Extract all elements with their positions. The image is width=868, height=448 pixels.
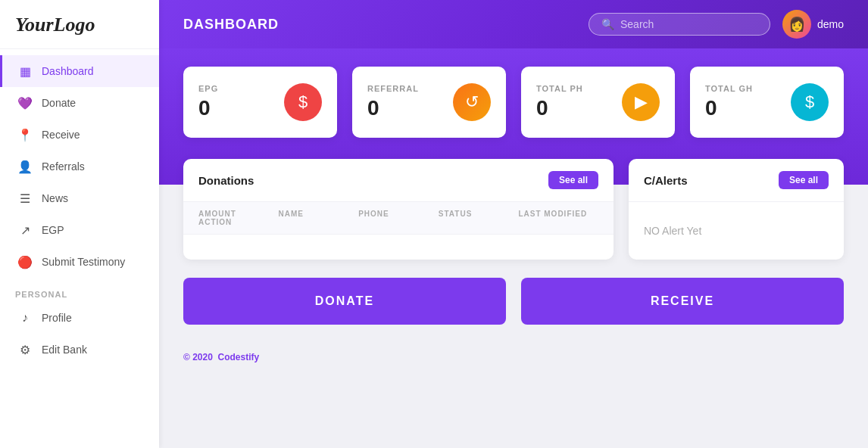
header-right: 🔍 👩 demo (589, 10, 844, 39)
sidebar-item-label-egp: EGP (42, 224, 64, 236)
donations-see-all-button[interactable]: See all (548, 171, 598, 189)
stat-info-total-gh: TOTAL GH 0 (705, 84, 753, 120)
action-row: DONATE RECEIVE (183, 278, 844, 325)
logo-area: YourLogo (0, 0, 159, 49)
sidebar-item-egp[interactable]: ↗ EGP (0, 214, 159, 246)
footer-year: © 2020 (183, 352, 213, 362)
user-name: demo (817, 18, 844, 30)
content-row: Donations See all AMOUNTNAMEPHONESTATUSL… (183, 159, 844, 260)
receive-icon: 📍 (17, 127, 33, 142)
stat-card-total-gh: TOTAL GH 0 $ (690, 67, 844, 138)
donations-title: Donations (198, 174, 254, 187)
search-bar[interactable]: 🔍 (589, 13, 770, 36)
logo: YourLogo (15, 14, 144, 36)
edit-bank-icon: ⚙ (17, 342, 33, 357)
sidebar-item-donate[interactable]: 💜 Donate (0, 87, 159, 119)
sidebar-item-label-submit-testimony: Submit Testimony (42, 256, 125, 268)
dashboard-icon: ▦ (17, 64, 33, 79)
user-badge[interactable]: 👩 demo (782, 10, 844, 39)
sidebar: YourLogo ▦ Dashboard 💜 Donate 📍 Receive … (0, 0, 159, 448)
sidebar-navigation: ▦ Dashboard 💜 Donate 📍 Receive 👤 Referra… (0, 49, 159, 448)
stat-card-epg: EPG 0 $ (183, 67, 337, 138)
alerts-see-all-button[interactable]: See all (779, 171, 829, 189)
alerts-title: C/Alerts (644, 174, 688, 187)
stat-value-total-ph: 0 (536, 96, 583, 120)
referrals-icon: 👤 (17, 159, 33, 174)
donations-table-header: AMOUNTNAMEPHONESTATUSLAST MODIFIEDACTION (183, 202, 614, 235)
donations-card: Donations See all AMOUNTNAMEPHONESTATUSL… (183, 159, 614, 260)
sidebar-item-label-dashboard: Dashboard (42, 65, 94, 77)
alerts-card-header: C/Alerts See all (629, 159, 844, 202)
col-header-last-modified: LAST MODIFIED (518, 210, 598, 218)
stat-value-epg: 0 (198, 96, 218, 120)
stat-info-total-ph: TOTAL PH 0 (536, 84, 583, 120)
header: DASHBOARD 🔍 👩 demo (159, 0, 868, 48)
col-header-name: NAME (279, 210, 359, 218)
alerts-card: C/Alerts See all NO Alert Yet (629, 159, 844, 260)
search-icon: 🔍 (601, 18, 614, 30)
stats-row: EPG 0 $ REFERRAL 0 ↺ TOTAL PH 0 ▶ TOTAL … (183, 67, 844, 138)
donate-icon: 💜 (17, 95, 33, 110)
sidebar-item-referrals[interactable]: 👤 Referrals (0, 151, 159, 182)
page-title: DASHBOARD (183, 17, 279, 33)
col-header-action: ACTION (198, 218, 279, 226)
stat-value-total-gh: 0 (705, 96, 753, 120)
sidebar-item-profile[interactable]: ♪ Profile (0, 302, 159, 334)
submit-testimony-icon: 🔴 (17, 254, 33, 269)
sidebar-item-submit-testimony[interactable]: 🔴 Submit Testimony (0, 246, 159, 278)
stat-icon-referral: ↺ (453, 83, 491, 121)
stat-icon-epg: $ (284, 83, 322, 121)
sidebar-item-edit-bank[interactable]: ⚙ Edit Bank (0, 334, 159, 366)
stat-label-epg: EPG (198, 84, 218, 93)
stat-info-epg: EPG 0 (198, 84, 218, 120)
col-header-amount: AMOUNT (198, 210, 279, 218)
stat-label-total-gh: TOTAL GH (705, 84, 753, 93)
egp-icon: ↗ (17, 222, 33, 238)
col-header-phone: PHONE (358, 210, 439, 218)
footer-brand: Codestify (218, 352, 260, 362)
sidebar-item-news[interactable]: ☰ News (0, 182, 159, 214)
sidebar-item-label-referrals: Referrals (42, 160, 85, 173)
news-icon: ☰ (17, 191, 33, 206)
footer: © 2020 Codestify (183, 343, 844, 366)
sidebar-item-label-news: News (42, 192, 68, 204)
col-header-status: STATUS (439, 210, 519, 218)
sidebar-item-label-receive: Receive (42, 129, 80, 141)
personal-section-label: PERSONAL (0, 278, 159, 302)
stat-card-referral: REFERRAL 0 ↺ (352, 67, 506, 138)
avatar: 👩 (782, 10, 811, 39)
sidebar-item-label-donate: Donate (42, 97, 76, 109)
stat-label-referral: REFERRAL (367, 84, 419, 93)
stat-icon-total-gh: $ (791, 83, 829, 121)
receive-button[interactable]: RECEIVE (521, 278, 844, 325)
alerts-empty: NO Alert Yet (629, 202, 844, 260)
stat-info-referral: REFERRAL 0 (367, 84, 419, 120)
stat-card-total-ph: TOTAL PH 0 ▶ (521, 67, 675, 138)
main-content: DASHBOARD 🔍 👩 demo EPG 0 $ REFERRAL 0 ↺ (159, 0, 868, 448)
dashboard-body: EPG 0 $ REFERRAL 0 ↺ TOTAL PH 0 ▶ TOTAL … (159, 48, 868, 448)
sidebar-item-label-edit-bank: Edit Bank (42, 344, 87, 356)
profile-icon: ♪ (17, 310, 33, 325)
search-input[interactable] (620, 18, 757, 30)
stat-label-total-ph: TOTAL PH (536, 84, 583, 93)
sidebar-item-label-profile: Profile (42, 312, 72, 324)
sidebar-item-receive[interactable]: 📍 Receive (0, 119, 159, 151)
donations-card-header: Donations See all (183, 159, 614, 202)
stat-value-referral: 0 (367, 96, 419, 120)
donate-button[interactable]: DONATE (183, 278, 506, 325)
stat-icon-total-ph: ▶ (622, 83, 660, 121)
sidebar-item-dashboard[interactable]: ▦ Dashboard (0, 55, 159, 87)
